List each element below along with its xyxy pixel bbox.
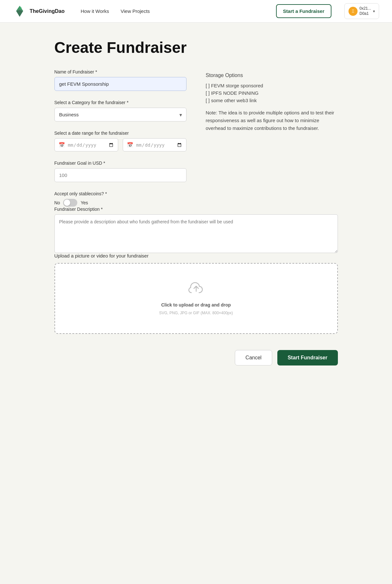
fundraiser-name-label: Name of Fundraiser * — [54, 69, 186, 74]
form-layout: Name of Fundraiser * Select a Category f… — [54, 69, 338, 365]
upload-or-text: or drag and drop — [195, 302, 231, 307]
upload-cloud-icon — [188, 282, 204, 299]
fundraiser-date-field: Select a date range for the fundraiser 📅… — [54, 131, 186, 151]
form-right: Storage Options [ ] FEVM storge sponsore… — [206, 69, 338, 207]
page-title: Create Fundraiser — [54, 39, 338, 56]
form-left: Name of Fundraiser * Select a Category f… — [54, 69, 186, 207]
upload-label: Upload a picture or video for your fundr… — [54, 253, 338, 258]
fundraiser-description-field: Fundraiser Description * — [54, 207, 338, 253]
date-end-input[interactable] — [136, 142, 182, 148]
toggle-yes-label: Yes — [81, 200, 88, 205]
fundraiser-description-label: Fundraiser Description * — [54, 207, 338, 212]
fundraiser-category-select[interactable]: Business Technology Health Education Env… — [54, 108, 186, 122]
stablecoins-field: Accept only stablecoins? * No Yes — [54, 191, 186, 207]
nav-start-fundraiser-button[interactable]: Start a Fundraiser — [276, 4, 331, 18]
nav-view-projects[interactable]: View Projects — [121, 8, 150, 15]
upload-hint-text: SVG, PNG, JPG or GIF (MAX. 800×400px) — [159, 311, 233, 315]
storage-item-3: [ ] some other web3 link — [206, 98, 338, 103]
logo-text: TheGivingDao — [30, 8, 64, 14]
storage-item-1: [ ] FEVM storge sponsored — [206, 83, 338, 88]
toggle-no-label: No — [54, 200, 60, 205]
date-end-wrapper: 📅 — [123, 138, 186, 151]
storage-title: Storage Options — [206, 73, 338, 78]
svg-marker-1 — [16, 10, 23, 17]
date-range-inputs: 📅 📅 — [54, 138, 186, 151]
fundraiser-goal-label: Fundraiser Goal in USD * — [54, 161, 186, 166]
main-content: Create Fundraiser Name of Fundraiser * S… — [48, 23, 344, 391]
stablecoins-toggle-row: No Yes — [54, 199, 186, 207]
fundraiser-category-field: Select a Category for the fundraiser * B… — [54, 100, 186, 122]
date-start-wrapper: 📅 — [54, 138, 118, 151]
category-select-wrapper: Business Technology Health Education Env… — [54, 108, 186, 122]
logo[interactable]: TheGivingDao — [13, 5, 64, 18]
fundraiser-name-field: Name of Fundraiser * — [54, 69, 186, 91]
storage-options: Storage Options [ ] FEVM storge sponsore… — [206, 73, 338, 132]
date-start-input[interactable] — [68, 142, 114, 148]
logo-icon — [13, 5, 26, 18]
wallet-dropdown[interactable]: Ξ 0x21... D0a1 ▾ — [344, 3, 379, 19]
cancel-button[interactable]: Cancel — [235, 350, 272, 365]
nav-links: How it Works View Projects — [81, 8, 150, 15]
fundraiser-goal-field: Fundraiser Goal in USD * — [54, 161, 186, 182]
wallet-address: 0x21... D0a1 — [359, 6, 371, 16]
wallet-chevron-icon: ▾ — [373, 9, 375, 14]
start-fundraiser-button[interactable]: Start Fundraiser — [277, 350, 338, 365]
upload-click-link[interactable]: Click to upload — [161, 302, 193, 307]
fundraiser-category-label: Select a Category for the fundraiser * — [54, 100, 186, 105]
action-row: Cancel Start Fundraiser — [54, 350, 338, 365]
fundraiser-name-input[interactable] — [54, 77, 186, 91]
nav-how-it-works[interactable]: How it Works — [81, 8, 109, 15]
upload-section: Upload a picture or video for your fundr… — [54, 253, 338, 334]
fundraiser-description-input[interactable] — [54, 214, 338, 253]
calendar-end-icon: 📅 — [127, 142, 133, 148]
fundraiser-date-label: Select a date range for the fundraiser — [54, 131, 186, 136]
upload-dropzone[interactable]: Click to upload or drag and drop SVG, PN… — [54, 263, 338, 334]
wallet-avatar: Ξ — [349, 7, 358, 16]
storage-item-2: [ ] IPFS NODE PINNING — [206, 90, 338, 96]
stablecoins-label: Accept only stablecoins? * — [54, 191, 186, 196]
calendar-start-icon: 📅 — [59, 142, 65, 148]
storage-note: Note: The idea is to provide multiple op… — [206, 109, 338, 132]
stablecoins-toggle[interactable] — [63, 199, 77, 207]
upload-click-text: Click to upload or drag and drop — [161, 302, 231, 307]
fundraiser-goal-input[interactable] — [54, 168, 186, 182]
